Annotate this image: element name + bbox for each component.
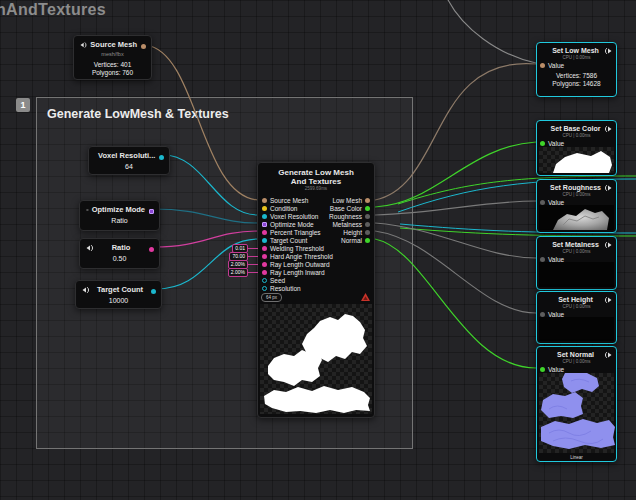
node-target-count[interactable]: Target Count 10000 <box>75 280 162 309</box>
pin-in-value[interactable] <box>540 141 545 146</box>
pin-in-resolution[interactable] <box>262 286 267 291</box>
node-title: Set Metalness <box>547 241 604 248</box>
pin-in-hard-angle-threshold[interactable] <box>262 254 267 259</box>
pin-label: Resolution <box>270 285 301 292</box>
pin-in-target-count[interactable] <box>262 238 267 243</box>
node-title: Set Low Mesh <box>547 47 604 54</box>
group-badge[interactable]: 1 <box>16 98 30 112</box>
export-icon <box>604 296 612 304</box>
pin-label: Value <box>548 140 564 147</box>
metalness-preview-image <box>539 262 614 287</box>
pin-label: Condition <box>270 205 297 212</box>
node-set-height[interactable]: Set Height CPU | 0.00ms Value <box>536 291 617 344</box>
normal-map-preview-image <box>539 373 614 453</box>
value-ray-length-inward[interactable]: 2.00% <box>228 268 248 277</box>
node-set-low-mesh[interactable]: Set Low Mesh CPU | 0.00ms Value Vertices… <box>536 42 617 97</box>
pin-label: Height <box>343 229 362 236</box>
node-title-line2: And Textures <box>258 177 374 186</box>
pin-in-ray-length-outward[interactable] <box>262 262 267 267</box>
pin-optimize-mode-output[interactable] <box>149 209 154 214</box>
pin-label: Base Color <box>330 205 362 212</box>
pin-in-condition[interactable] <box>262 206 267 211</box>
node-title: Set Base Color <box>547 125 604 132</box>
warning-triangle-icon <box>361 293 370 301</box>
node-value: 64 <box>89 161 169 170</box>
resolution-badge[interactable]: 64 px <box>261 293 282 302</box>
pin-label: Seed <box>270 277 285 284</box>
stat-vertices: Vertices: 7586 <box>537 72 616 80</box>
node-title: Ratio <box>97 243 145 252</box>
node-optimize-mode[interactable]: Optimize Mode Ratio <box>79 200 160 231</box>
roughness-preview-image <box>539 205 614 230</box>
wire-from-top-edge <box>447 0 536 63</box>
export-icon <box>604 125 612 133</box>
pin-out-height[interactable] <box>365 230 370 235</box>
node-title-line1: Generate Low Mesh <box>258 168 374 177</box>
stat-polygons: Polygons: 760 <box>74 69 151 77</box>
node-title: Set Height <box>547 296 604 303</box>
pin-label: Hard Angle Threshold <box>270 253 333 260</box>
import-icon <box>86 244 94 252</box>
node-subtitle: mesh/fbx <box>74 50 151 57</box>
node-generate-low-mesh[interactable]: Generate Low Mesh And Textures 2599.69ms… <box>257 162 375 418</box>
node-title: Optimize Mode <box>92 205 145 214</box>
node-set-base-color[interactable]: Set Base Color CPU | 0.00ms Value <box>536 120 617 176</box>
pin-out-roughness[interactable] <box>365 214 370 219</box>
pin-label: Source Mesh <box>270 197 308 204</box>
node-exec-time: 2599.69ms <box>258 186 374 192</box>
colorspace-label: Linear <box>537 455 616 460</box>
import-icon <box>86 206 89 214</box>
pin-label: Value <box>548 366 564 373</box>
pin-in-value[interactable] <box>540 367 545 372</box>
pin-label: Metalness <box>332 221 362 228</box>
node-set-normal[interactable]: Set Normal CPU | 0.00ms Value Linear <box>536 346 617 462</box>
import-icon <box>80 41 87 49</box>
node-ratio[interactable]: Ratio 0.50 <box>79 238 160 269</box>
stat-vertices: Vertices: 401 <box>74 61 151 69</box>
pin-label: Optimize Mode <box>270 221 314 228</box>
pin-out-metalness[interactable] <box>365 222 370 227</box>
base-color-preview-image <box>539 147 614 173</box>
pin-label: Percent Triangles <box>270 229 321 236</box>
pin-in-source-mesh[interactable] <box>262 198 267 203</box>
pin-label: Value <box>548 62 564 69</box>
pin-in-optimize-mode[interactable] <box>262 222 267 227</box>
export-icon <box>604 351 612 359</box>
pin-in-voxel-resolution[interactable] <box>262 214 267 219</box>
node-graph-canvas[interactable]: hAndTextures Generate LowMesh & Textures… <box>0 0 636 500</box>
node-title: Voxel Resoluti... <box>98 151 155 160</box>
pin-target-count-output[interactable] <box>151 289 156 294</box>
pin-source-mesh-output[interactable] <box>141 44 146 49</box>
pin-ratio-output[interactable] <box>149 247 154 252</box>
node-source-mesh[interactable]: Source Mesh mesh/fbx Vertices: 401 Polyg… <box>73 35 152 80</box>
pin-in-welding-threshold[interactable] <box>262 246 267 251</box>
pin-label: Roughness <box>329 213 362 220</box>
pin-voxel-resolution-output[interactable] <box>159 155 164 160</box>
export-icon <box>604 47 612 55</box>
pin-in-value[interactable] <box>540 63 545 68</box>
node-value: Ratio <box>80 215 159 224</box>
node-title: Source Mesh <box>90 40 137 49</box>
node-title: Set Normal <box>547 351 604 358</box>
pin-in-ray-length-inward[interactable] <box>262 270 267 275</box>
node-title: Target Count <box>93 285 147 294</box>
node-set-metalness[interactable]: Set Metalness CPU | 0.00ms Value <box>536 236 617 290</box>
pin-out-normal[interactable] <box>365 238 370 243</box>
export-icon <box>604 241 612 249</box>
pin-label: Voxel Resolution <box>270 213 318 220</box>
pin-label: Low Mesh <box>332 197 362 204</box>
pin-label: Welding Threshold <box>270 245 324 252</box>
export-icon <box>604 184 612 192</box>
pin-out-base-color[interactable] <box>365 206 370 211</box>
height-preview-image <box>539 317 614 341</box>
pin-label: Ray Length Outward <box>270 261 330 268</box>
pin-label: Normal <box>341 237 362 244</box>
node-value: 0.50 <box>80 253 159 262</box>
node-set-roughness[interactable]: Set Roughness CPU | 0.00ms Value <box>536 179 617 233</box>
node-voxel-resolution[interactable]: Voxel Resoluti... 64 <box>88 146 170 175</box>
pin-in-seed[interactable] <box>262 278 267 283</box>
pin-out-low-mesh[interactable] <box>365 198 370 203</box>
node-value: 10000 <box>76 295 161 304</box>
pin-in-percent-triangles[interactable] <box>262 230 267 235</box>
pin-label: Target Count <box>270 237 307 244</box>
